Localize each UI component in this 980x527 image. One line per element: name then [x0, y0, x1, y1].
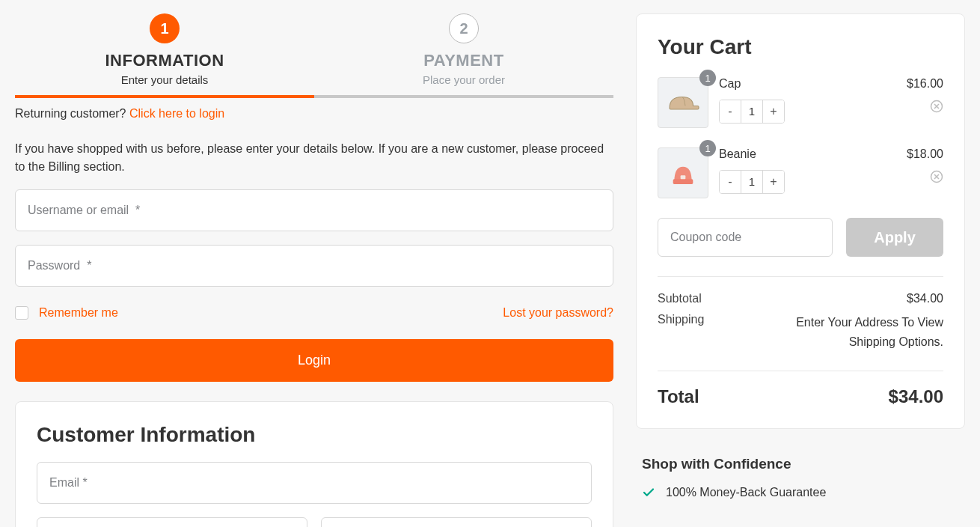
total-label: Total [658, 386, 699, 407]
checkout-steps: 1 INFORMATION Enter your details 2 PAYME… [15, 13, 613, 86]
cart-item: 1 Cap - 1 + $16.00 [658, 77, 943, 128]
item-price: $16.00 [907, 77, 943, 91]
qty-value: 1 [741, 171, 763, 193]
remember-checkbox[interactable] [15, 306, 28, 320]
apply-coupon-button[interactable]: Apply [846, 218, 943, 257]
remove-item-icon[interactable] [930, 170, 943, 183]
qty-badge: 1 [699, 70, 716, 86]
qty-value: 1 [741, 100, 763, 123]
confidence-item: 100% Money-Back Guarantee [642, 486, 959, 499]
qty-decrease-button[interactable]: - [720, 100, 741, 123]
step-information[interactable]: 1 INFORMATION Enter your details [15, 13, 314, 86]
step-number: 1 [150, 13, 180, 43]
svg-rect-2 [681, 175, 686, 179]
cart-heading: Your Cart [658, 35, 943, 59]
item-name: Cap [719, 77, 896, 91]
login-toggle-link[interactable]: Click here to login [129, 107, 224, 120]
total-value: $34.00 [889, 386, 943, 407]
last-name-field[interactable] [321, 517, 592, 527]
customer-info-heading: Customer Information [37, 423, 592, 447]
item-name: Beanie [719, 147, 896, 161]
cart-card: Your Cart 1 Cap - 1 [636, 13, 965, 429]
quantity-stepper: - 1 + [719, 100, 785, 124]
login-button[interactable]: Login [15, 339, 613, 382]
step-subtitle: Place your order [314, 73, 613, 86]
divider [658, 371, 943, 371]
remember-me[interactable]: Remember me [15, 306, 118, 320]
shipping-value: Enter Your Address To View Shipping Opti… [772, 313, 943, 351]
step-title: INFORMATION [15, 51, 314, 70]
returning-customer: Returning customer? Click here to login [15, 107, 613, 121]
qty-badge: 1 [699, 140, 716, 156]
product-thumb [658, 147, 708, 198]
customer-info-card: Customer Information [15, 401, 613, 527]
qty-increase-button[interactable]: + [763, 100, 784, 123]
divider [658, 276, 943, 277]
progress-bar [15, 95, 613, 98]
username-input[interactable] [15, 189, 613, 231]
step-title: PAYMENT [314, 51, 613, 70]
subtotal-value: $34.00 [907, 292, 943, 305]
first-name-field[interactable] [37, 517, 307, 527]
confidence-text: 100% Money-Back Guarantee [666, 486, 826, 499]
check-icon [642, 486, 655, 499]
shop-confidence: Shop with Confidence 100% Money-Back Gua… [636, 456, 965, 499]
step-subtitle: Enter your details [15, 73, 314, 86]
email-field[interactable] [37, 462, 592, 504]
item-price: $18.00 [907, 147, 943, 161]
password-input[interactable] [15, 245, 613, 287]
svg-rect-1 [673, 179, 693, 184]
shipping-label: Shipping [658, 313, 704, 351]
cap-icon [665, 85, 701, 121]
qty-decrease-button[interactable]: - [720, 171, 741, 193]
beanie-icon [668, 158, 698, 188]
cart-item: 1 Beanie - 1 + $18.00 [658, 147, 943, 198]
qty-increase-button[interactable]: + [763, 171, 784, 193]
product-thumb [658, 77, 708, 128]
quantity-stepper: - 1 + [719, 170, 785, 194]
remember-label[interactable]: Remember me [39, 306, 118, 320]
returning-prefix: Returning customer? [15, 107, 129, 120]
confidence-heading: Shop with Confidence [642, 456, 959, 472]
step-number: 2 [449, 13, 479, 43]
remove-item-icon[interactable] [930, 100, 943, 113]
step-payment[interactable]: 2 PAYMENT Place your order [314, 13, 613, 86]
lost-password-link[interactable]: Lost your password? [503, 306, 613, 320]
coupon-input[interactable] [658, 218, 833, 257]
login-instructions: If you have shopped with us before, plea… [15, 140, 613, 176]
subtotal-label: Subtotal [658, 292, 702, 305]
